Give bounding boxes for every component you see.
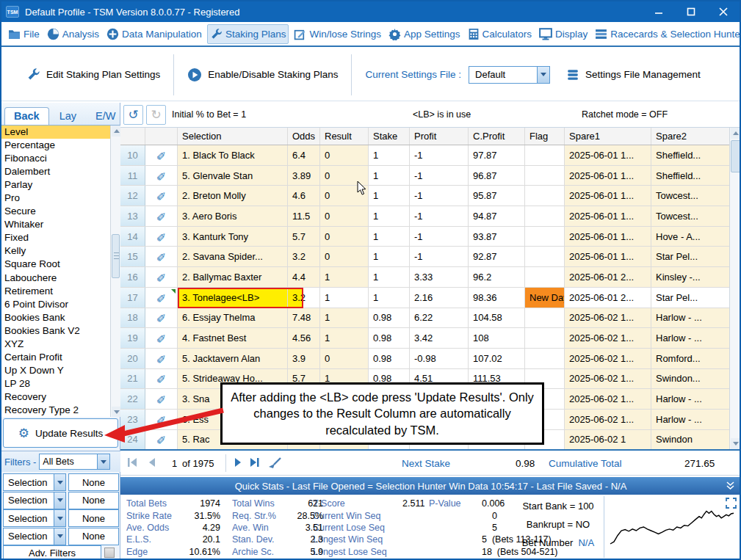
cell-profit[interactable]: -1 xyxy=(410,227,469,247)
edit-row-button[interactable]: ✎ xyxy=(145,186,178,206)
plan-item-fixed[interactable]: Fixed xyxy=(1,231,120,244)
cell-stake[interactable]: 1 xyxy=(369,267,410,287)
edit-row-button[interactable]: ✎ xyxy=(145,166,178,186)
cell-cprofit[interactable]: 93.87 xyxy=(469,227,525,247)
menu-item-app-settings[interactable]: App Settings xyxy=(386,25,463,43)
cell-result[interactable]: 0 xyxy=(320,349,369,368)
plan-item-parlay[interactable]: Parlay xyxy=(1,178,120,192)
filter-value-button[interactable]: None xyxy=(68,509,119,527)
cell-odds[interactable]: 4.56 xyxy=(288,328,320,348)
first-page-icon[interactable] xyxy=(126,457,138,471)
cell-spare1[interactable]: 2025-06-01 2... xyxy=(565,267,651,287)
cell-profit[interactable]: -1 xyxy=(410,186,469,206)
cell-profit[interactable]: 3.33 xyxy=(410,267,469,287)
undo-button[interactable]: ↺ xyxy=(123,105,143,125)
cell-flag[interactable] xyxy=(525,206,565,226)
column-header-odds[interactable]: Odds xyxy=(288,128,320,145)
cell-spare2[interactable]: Towcest... xyxy=(651,186,729,206)
cell-spare2[interactable]: Harlow - ... xyxy=(651,410,729,429)
plan-item-square-root[interactable]: Square Root xyxy=(1,258,120,271)
cell-selection[interactable]: 2. Breton Molly xyxy=(178,186,288,206)
edit-row-button[interactable]: ✎ xyxy=(145,369,178,389)
cell-spare1[interactable]: 2025-06-01 1... xyxy=(565,186,651,206)
next-page-icon[interactable] xyxy=(232,457,244,471)
plan-item-percentage[interactable]: Percentage xyxy=(1,139,120,152)
plan-item-whitaker[interactable]: Whitaker xyxy=(1,218,120,231)
row-number[interactable]: 10 xyxy=(120,145,145,165)
redo-button[interactable]: ↻ xyxy=(146,105,166,125)
plan-item-6-point-divisor[interactable]: 6 Point Divisor xyxy=(1,298,120,311)
quick-stats-header[interactable]: Quick Stats - Last File Opened = Selecti… xyxy=(120,477,741,495)
cell-flag[interactable] xyxy=(525,328,565,348)
cell-cprofit[interactable]: 98.36 xyxy=(469,288,525,308)
cell-stake[interactable]: 1 xyxy=(369,227,410,247)
cell-spare2[interactable]: Harlow - ... xyxy=(651,308,729,328)
close-button[interactable] xyxy=(707,1,740,22)
cell-stake[interactable]: 1 xyxy=(369,145,410,165)
cell-spare2[interactable]: Towcest... xyxy=(651,206,729,226)
cell-spare2[interactable]: Harlow - ... xyxy=(651,389,729,409)
column-header-stake[interactable]: Stake xyxy=(369,128,410,145)
menu-item-calculators[interactable]: Calculators xyxy=(466,25,535,43)
plan-item-bookies-bank[interactable]: Bookies Bank xyxy=(1,311,120,324)
cell-stake[interactable]: 1 xyxy=(369,186,410,206)
plan-item-dalembert[interactable]: Dalembert xyxy=(1,165,120,178)
row-number[interactable]: 20 xyxy=(120,349,145,368)
settings-file-management-button[interactable]: Settings File Management xyxy=(566,68,701,81)
cell-odds[interactable]: 3.89 xyxy=(288,166,320,186)
row-number[interactable]: 19 xyxy=(120,328,145,348)
cell-odds[interactable]: 4.4 xyxy=(288,267,320,287)
cell-spare1[interactable]: 2025-06-02 1... xyxy=(565,349,651,368)
cell-spare2[interactable]: Harlow - ... xyxy=(651,328,729,348)
settings-file-dropdown[interactable]: Default xyxy=(469,66,550,84)
cell-stake[interactable]: 0.98 xyxy=(369,328,410,348)
cell-selection[interactable]: 3. Tonelagee<LB> xyxy=(178,288,288,308)
column-header-blank[interactable] xyxy=(120,128,145,145)
cell-spare2[interactable]: Swindon... xyxy=(651,369,729,389)
cell-odds[interactable]: 3.2 xyxy=(288,288,320,308)
filter-type-dropdown[interactable]: Selection xyxy=(3,492,66,509)
chevron-down-icon[interactable] xyxy=(537,67,549,83)
cell-flag[interactable] xyxy=(525,227,565,247)
edit-row-button[interactable]: ✎ xyxy=(145,308,178,328)
cell-cprofit[interactable]: 107.02 xyxy=(469,349,525,368)
edit-row-button[interactable]: ✎ xyxy=(145,227,178,247)
cell-cprofit[interactable]: 104.58 xyxy=(469,308,525,328)
cell-cprofit[interactable]: 108 xyxy=(469,328,525,348)
column-header-selection[interactable]: Selection xyxy=(178,128,288,145)
cell-result[interactable]: 0 xyxy=(320,227,369,247)
filter-value-button[interactable]: None xyxy=(68,473,119,491)
cell-spare1[interactable]: 2025-06-02 1... xyxy=(565,328,651,348)
cell-spare2[interactable]: Hove - A... xyxy=(651,227,729,247)
tab-back[interactable]: Back xyxy=(4,107,49,125)
edit-row-button[interactable]: ✎ xyxy=(145,247,178,266)
plan-item-labouchere[interactable]: Labouchere xyxy=(1,272,120,285)
menu-item-display[interactable]: Display xyxy=(537,25,590,43)
cell-flag[interactable]: New Day xyxy=(525,288,565,308)
plan-item-up-x-down-y[interactable]: Up X Down Y xyxy=(1,364,120,377)
row-number[interactable]: 16 xyxy=(120,267,145,287)
scroll-up-icon[interactable] xyxy=(112,126,120,137)
column-header-c-profit[interactable]: C.Profit xyxy=(469,128,525,145)
plan-item-lp-28[interactable]: LP 28 xyxy=(1,377,120,390)
cell-spare2[interactable]: Romford... xyxy=(651,349,729,368)
maximize-button[interactable] xyxy=(675,1,707,22)
menu-item-staking-plans[interactable]: Staking Plans xyxy=(207,24,289,44)
expand-chart-icon[interactable] xyxy=(726,498,737,512)
cell-result[interactable]: 1 xyxy=(320,267,369,287)
cell-cprofit[interactable]: 96.87 xyxy=(469,166,525,186)
cell-stake[interactable]: 1 xyxy=(369,288,410,308)
cell-spare2[interactable]: Sheffield... xyxy=(651,145,729,165)
double-chevron-down-icon[interactable] xyxy=(726,481,735,493)
plan-item-level[interactable]: Level xyxy=(1,126,120,139)
cell-spare1[interactable]: 2025-06-01 1... xyxy=(565,145,651,165)
cell-spare1[interactable]: 2025-06-02 1... xyxy=(565,410,651,429)
menu-item-data-manipulation[interactable]: Data Manipulation xyxy=(104,25,204,43)
scrollbar-thumb[interactable] xyxy=(731,140,741,172)
column-header-spare2[interactable]: Spare2 xyxy=(651,128,729,145)
cell-spare2[interactable]: Star Pel... xyxy=(651,288,729,308)
cell-profit[interactable]: -1 xyxy=(410,206,469,226)
cell-stake[interactable]: 1 xyxy=(369,166,410,186)
cell-selection[interactable]: 2. Savana Spider... xyxy=(178,247,288,266)
cell-result[interactable]: 1 xyxy=(320,288,369,308)
